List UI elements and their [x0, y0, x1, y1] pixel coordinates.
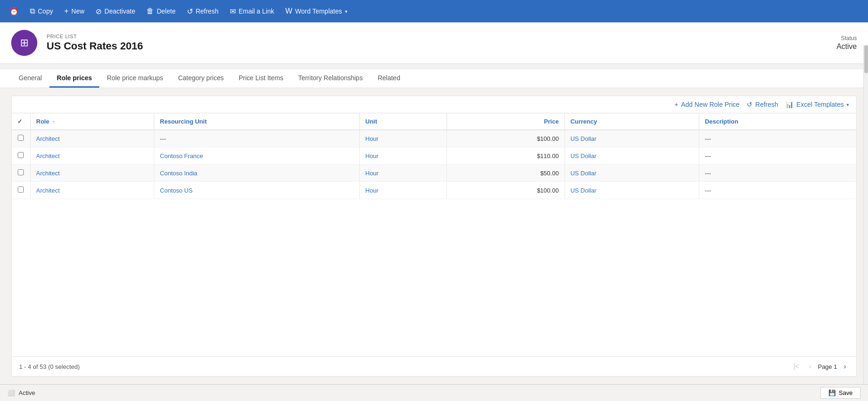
row-checkbox[interactable]	[12, 182, 30, 199]
currency-cell[interactable]: US Dollar	[565, 147, 699, 165]
save-icon: 💾	[828, 389, 836, 396]
next-page-button[interactable]: ›	[841, 361, 849, 372]
tab-general[interactable]: General	[11, 69, 49, 88]
copy-button[interactable]: ⧉ Copy	[24, 4, 59, 18]
role-cell[interactable]: Architect	[30, 182, 154, 199]
resourcing-unit-cell[interactable]: Contoso India	[154, 165, 360, 182]
entity-info: PRICE LIST US Cost Rates 2016	[47, 34, 827, 52]
status-bar: ⬜ Active 💾 Save	[0, 384, 868, 401]
main-content: + Add New Role Price ↺ Refresh 📊 Excel T…	[0, 88, 868, 384]
price-cell: $100.00	[447, 182, 565, 199]
role-cell[interactable]: Architect	[30, 147, 154, 165]
resourcing-unit-cell[interactable]: Contoso US	[154, 182, 360, 199]
tab-territory-relationships[interactable]: Territory Relationships	[291, 69, 371, 88]
pagination-controls: |< ‹ Page 1 ›	[791, 361, 849, 372]
description-column-header[interactable]: Description	[699, 113, 856, 130]
word-icon: W	[285, 7, 292, 15]
currency-cell[interactable]: US Dollar	[565, 182, 699, 199]
unit-cell[interactable]: Hour	[359, 182, 447, 199]
refresh-icon: ↺	[187, 7, 193, 16]
excel-templates-button[interactable]: 📊 Excel Templates ▾	[785, 101, 849, 108]
table-row[interactable]: Architect Contoso US Hour $100.00 US Dol…	[12, 182, 856, 199]
delete-button[interactable]: 🗑 Delete	[141, 4, 181, 18]
grid-toolbar: + Add New Role Price ↺ Refresh 📊 Excel T…	[12, 96, 856, 113]
checkbox-input[interactable]	[18, 152, 24, 158]
price-column-header[interactable]: Price	[447, 113, 565, 130]
deactivate-icon: ⊘	[96, 7, 102, 16]
nav-button[interactable]: ⏰	[4, 4, 24, 19]
pagination-summary: 1 - 4 of 53 (0 selected)	[19, 363, 80, 370]
unit-column-header[interactable]: Unit	[359, 113, 447, 130]
entity-status: Status Active	[836, 35, 857, 51]
scrollbar-track[interactable]	[863, 45, 868, 384]
role-cell[interactable]: Architect	[30, 130, 154, 147]
toolbar: ⏰ ⧉ Copy + New ⊘ Deactivate 🗑 Delete ↺ R…	[0, 0, 868, 22]
pagination: 1 - 4 of 53 (0 selected) |< ‹ Page 1 ›	[12, 356, 856, 376]
excel-chevron-icon: ▾	[847, 102, 849, 107]
avatar: ⊞	[11, 30, 37, 56]
tab-related[interactable]: Related	[370, 69, 407, 88]
avatar-icon: ⊞	[20, 37, 28, 49]
new-icon: +	[64, 7, 69, 15]
delete-icon: 🗑	[146, 7, 154, 15]
email-icon: ✉	[230, 7, 236, 16]
table-row[interactable]: Architect Contoso India Hour $50.00 US D…	[12, 165, 856, 182]
refresh-button[interactable]: ↺ Refresh	[181, 4, 224, 19]
table-wrapper[interactable]: ✓ Role ↑ Resourcing Unit Unit	[12, 113, 856, 356]
new-button[interactable]: + New	[59, 4, 90, 18]
entity-type: PRICE LIST	[47, 34, 827, 39]
add-new-role-price-button[interactable]: + Add New Role Price	[675, 101, 739, 108]
page-label: Page 1	[818, 363, 837, 370]
unit-cell[interactable]: Hour	[359, 147, 447, 165]
email-link-button[interactable]: ✉ Email a Link	[224, 4, 280, 19]
table-row[interactable]: Architect --- Hour $100.00 US Dollar ---	[12, 130, 856, 147]
grid-refresh-button[interactable]: ↺ Refresh	[747, 101, 778, 108]
description-cell: ---	[699, 165, 856, 182]
word-templates-button[interactable]: W Word Templates ▾	[280, 4, 353, 18]
resourcing-unit-column-header[interactable]: Resourcing Unit	[154, 113, 360, 130]
description-cell: ---	[699, 147, 856, 165]
checkbox-input[interactable]	[18, 187, 24, 193]
price-cell: $110.00	[447, 147, 565, 165]
prev-page-button[interactable]: ‹	[806, 361, 814, 372]
checkbox-input[interactable]	[18, 135, 24, 141]
role-prices-table: ✓ Role ↑ Resourcing Unit Unit	[12, 113, 856, 199]
status-bar-icon: ⬜	[7, 389, 15, 396]
tab-role-price-markups[interactable]: Role price markups	[99, 69, 171, 88]
scrollbar-thumb[interactable]	[864, 45, 868, 73]
currency-column-header[interactable]: Currency	[565, 113, 699, 130]
unit-cell[interactable]: Hour	[359, 165, 447, 182]
currency-cell[interactable]: US Dollar	[565, 165, 699, 182]
role-cell[interactable]: Architect	[30, 165, 154, 182]
row-checkbox[interactable]	[12, 130, 30, 147]
excel-icon: 📊	[785, 101, 793, 108]
table-row[interactable]: Architect Contoso France Hour $110.00 US…	[12, 147, 856, 165]
description-cell: ---	[699, 182, 856, 199]
row-checkbox[interactable]	[12, 147, 30, 165]
nav-icon: ⏰	[9, 7, 19, 16]
first-page-button[interactable]: |<	[791, 361, 803, 372]
entity-header: ⊞ PRICE LIST US Cost Rates 2016 Status A…	[0, 22, 868, 64]
save-button[interactable]: 💾 Save	[820, 387, 861, 399]
status-value: Active	[836, 42, 857, 51]
resourcing-unit-cell[interactable]: Contoso France	[154, 147, 360, 165]
grid-container: + Add New Role Price ↺ Refresh 📊 Excel T…	[11, 96, 857, 377]
tab-role-prices[interactable]: Role prices	[49, 69, 99, 88]
tab-category-prices[interactable]: Category prices	[171, 69, 231, 88]
select-all-header[interactable]: ✓	[12, 113, 30, 130]
resourcing-unit-cell[interactable]: ---	[154, 130, 360, 147]
status-bar-left: ⬜ Active	[7, 389, 35, 396]
entity-name: US Cost Rates 2016	[47, 40, 827, 52]
price-cell: $50.00	[447, 165, 565, 182]
copy-icon: ⧉	[30, 7, 35, 15]
unit-cell[interactable]: Hour	[359, 130, 447, 147]
tab-price-list-items[interactable]: Price List Items	[231, 69, 291, 88]
row-checkbox[interactable]	[12, 165, 30, 182]
deactivate-button[interactable]: ⊘ Deactivate	[90, 4, 141, 19]
checkbox-input[interactable]	[18, 169, 24, 175]
currency-cell[interactable]: US Dollar	[565, 130, 699, 147]
add-icon: +	[675, 101, 678, 108]
status-bar-value: Active	[19, 389, 35, 396]
price-cell: $100.00	[447, 130, 565, 147]
role-column-header[interactable]: Role ↑	[30, 113, 154, 130]
